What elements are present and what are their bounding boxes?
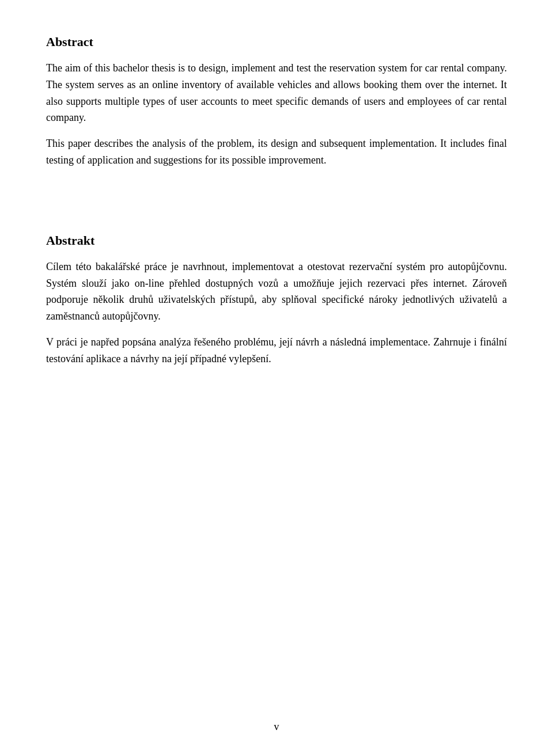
- abstract-en-paragraph1: The aim of this bachelor thesis is to de…: [46, 60, 507, 126]
- abstract-cz-paragraph2: V práci je napřed popsána analýza řešené…: [46, 334, 507, 367]
- abstract-cz-section: Abstrakt Cílem této bakalářské práce je …: [46, 233, 507, 367]
- page-number: v: [274, 721, 279, 732]
- abstract-en-title: Abstract: [46, 35, 507, 50]
- page: Abstract The aim of this bachelor thesis…: [0, 0, 553, 756]
- abstract-en-paragraph2: This paper describes the analysis of the…: [46, 135, 507, 169]
- section-spacer: [46, 187, 507, 233]
- abstract-cz-title: Abstrakt: [46, 233, 507, 248]
- abstract-cz-paragraph1: Cílem této bakalářské práce je navrhnout…: [46, 259, 507, 325]
- page-footer: v: [0, 721, 553, 733]
- abstract-en-section: Abstract The aim of this bachelor thesis…: [46, 35, 507, 169]
